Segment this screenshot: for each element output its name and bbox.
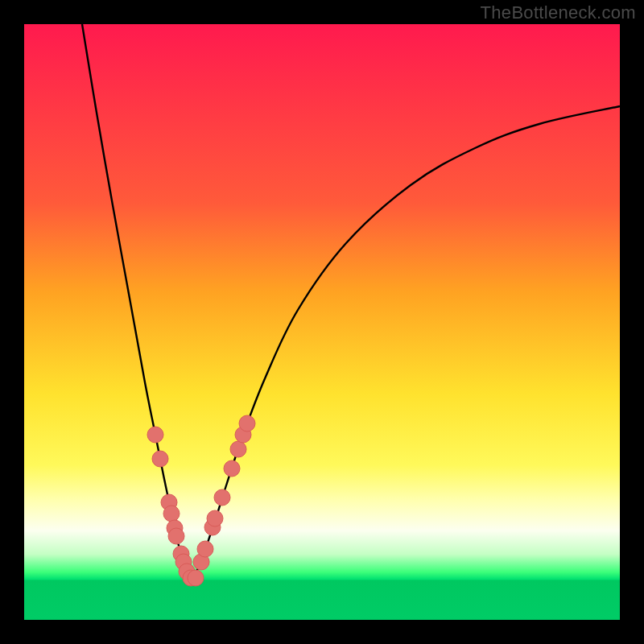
curve-marker	[152, 451, 168, 467]
curve-marker	[163, 506, 180, 522]
curve-marker	[188, 570, 204, 586]
curve-marker	[197, 541, 213, 557]
curve-right	[192, 106, 620, 578]
chart-svg	[24, 24, 620, 620]
chart-frame: TheBottleneck.com	[0, 0, 644, 644]
curve-marker	[239, 415, 255, 431]
curve-marker	[147, 427, 163, 443]
curve-marker	[214, 489, 230, 506]
curve-marker	[207, 510, 223, 526]
curve-markers	[147, 415, 255, 586]
curve-marker	[224, 460, 240, 477]
curve-marker	[230, 441, 246, 457]
attribution-label: TheBottleneck.com	[481, 2, 636, 23]
curve-marker	[168, 528, 184, 544]
curve-left	[82, 24, 192, 578]
